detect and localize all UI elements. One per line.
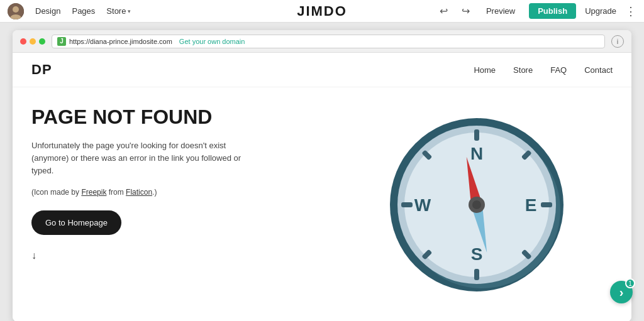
store-link[interactable]: Store ▾ (106, 6, 131, 16)
icon-credit: (Icon made by Freepik from Flaticon.) (31, 188, 303, 197)
upgrade-button[interactable]: Upgrade (585, 6, 616, 16)
site-nav: Home Store FAQ Contact (474, 65, 613, 75)
undo-icon: ↩ (440, 5, 448, 17)
minimize-dot (30, 38, 36, 45)
avatar[interactable] (8, 3, 24, 19)
svg-rect-9 (401, 202, 413, 207)
more-button[interactable]: ⋮ (625, 4, 636, 18)
next-badge: 1 (625, 278, 635, 288)
svg-rect-8 (474, 269, 479, 280)
nav-home[interactable]: Home (474, 65, 496, 75)
traffic-lights (20, 38, 45, 45)
svg-rect-10 (541, 202, 552, 207)
nav-contact[interactable]: Contact (584, 65, 613, 75)
nav-faq[interactable]: FAQ (550, 65, 567, 75)
compass: N S W E (389, 117, 565, 293)
next-button[interactable]: › 1 (610, 281, 633, 303)
maximize-dot (39, 38, 45, 45)
svg-point-1 (13, 6, 19, 13)
top-navigation: Design Pages Store ▾ JIMDO ↩ ↪ Preview P… (0, 0, 644, 23)
jimdo-favicon: J (57, 37, 66, 46)
nav-store[interactable]: Store (513, 65, 533, 75)
design-link[interactable]: Design (35, 6, 60, 16)
close-dot (20, 38, 26, 45)
svg-point-22 (472, 200, 481, 209)
site-logo: DP (31, 62, 52, 78)
scroll-down-arrow: ↓ (31, 250, 303, 261)
flaticon-link[interactable]: Flaticon (126, 188, 152, 197)
svg-rect-7 (474, 129, 479, 141)
compass-illustration: N S W E (322, 87, 631, 321)
publish-button[interactable]: Publish (529, 3, 576, 19)
redo-icon: ↪ (462, 5, 470, 17)
nav-right: ↩ ↪ Preview Publish Upgrade ⋮ (437, 3, 636, 19)
freepik-link[interactable]: Freepik (81, 188, 106, 197)
error-heading: PAGE NOT FOUND (31, 106, 303, 128)
error-content: PAGE NOT FOUND Unfortunately the page yo… (13, 87, 322, 321)
preview-button[interactable]: Preview (481, 4, 520, 18)
chevron-down-icon: ▾ (128, 8, 131, 14)
pages-link[interactable]: Pages (72, 6, 95, 16)
browser-window: J https://diana-prince.jimdosite.com Get… (13, 30, 631, 321)
nav-left: Design Pages Store ▾ (8, 3, 131, 19)
url-text: https://diana-prince.jimdosite.com (69, 38, 172, 45)
browser-bar: J https://diana-prince.jimdosite.com Get… (13, 30, 631, 53)
site-header: DP Home Store FAQ Contact (13, 53, 631, 87)
jimdo-logo: JIMDO (297, 3, 347, 19)
site-content: DP Home Store FAQ Contact PAGE NOT FOUND… (13, 53, 631, 321)
svg-text:S: S (471, 244, 483, 264)
compass-svg: N S W E (389, 117, 565, 293)
error-description: Unfortunately the page you're looking fo… (31, 139, 245, 177)
svg-text:N: N (470, 144, 483, 163)
svg-text:E: E (525, 195, 537, 215)
get-domain-link[interactable]: Get your own domain (179, 38, 245, 45)
site-body: PAGE NOT FOUND Unfortunately the page yo… (13, 87, 631, 321)
undo-button[interactable]: ↩ (437, 4, 450, 18)
svg-text:W: W (414, 195, 431, 215)
redo-button[interactable]: ↪ (459, 4, 472, 18)
info-button[interactable]: i (611, 35, 624, 48)
address-bar[interactable]: J https://diana-prince.jimdosite.com Get… (52, 35, 605, 48)
next-icon: › (619, 285, 624, 300)
goto-homepage-button[interactable]: Go to Homepage (31, 210, 121, 235)
